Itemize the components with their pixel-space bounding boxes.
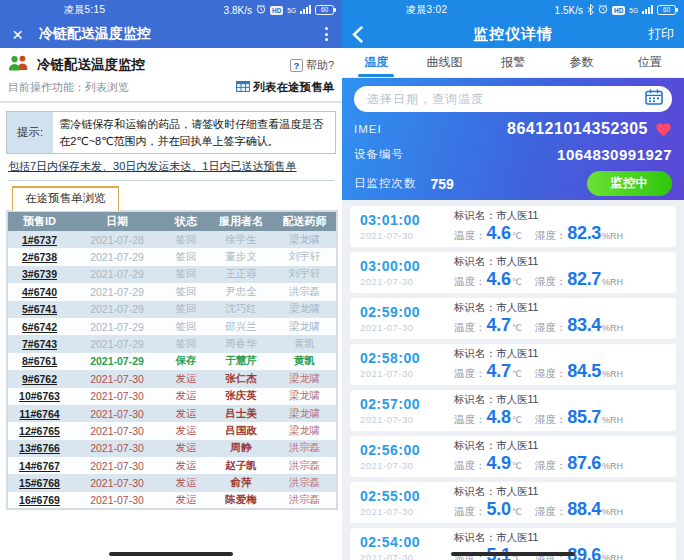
temp-unit: ℃ <box>512 415 522 425</box>
presale-id-link[interactable]: 14#6767 <box>19 460 60 472</box>
cell-presale-id: 2#6738 <box>7 248 71 265</box>
tag-value: 市人医11 <box>496 439 538 451</box>
presale-id-link[interactable]: 16#6769 <box>19 494 60 506</box>
cell-date: 2021-07-30 <box>71 388 163 405</box>
presale-id-link[interactable]: 4#6740 <box>22 286 57 298</box>
close-icon[interactable]: × <box>12 25 23 44</box>
print-button[interactable]: 打印 <box>632 25 674 43</box>
more-menu-icon[interactable] <box>323 24 330 44</box>
cell-patient: 邵兴兰 <box>209 318 273 335</box>
presale-id-link[interactable]: 7#6743 <box>22 338 57 350</box>
tab-in-transit-presale[interactable]: 在途预售单浏览 <box>12 186 119 211</box>
cell-presale-id: 6#6742 <box>7 318 71 335</box>
cell-patient: 陈爱梅 <box>209 492 273 509</box>
temp-unit: ℃ <box>512 277 522 287</box>
humidity-value: 88.4 <box>567 499 601 520</box>
temp-label: 温度： <box>454 275 486 289</box>
cell-pharmacist: 梁龙啸 <box>273 318 337 335</box>
heart-icon[interactable] <box>655 122 672 137</box>
record-date: 2021-07-30 <box>360 368 450 379</box>
humidity-label: 湿度： <box>535 459 567 473</box>
tag-value: 市人医11 <box>496 347 538 359</box>
humidity-unit: %RH <box>602 507 623 517</box>
cell-date: 2021-07-29 <box>71 353 163 370</box>
presale-id-link[interactable]: 6#6742 <box>22 321 57 333</box>
tag-label: 标识名： <box>454 393 496 405</box>
cell-date: 2021-07-30 <box>71 405 163 422</box>
tag-value: 市人医11 <box>496 393 538 405</box>
daily-count-label: 日监控次数 <box>354 176 417 191</box>
cell-status: 签回 <box>163 283 209 300</box>
back-icon[interactable] <box>352 26 394 43</box>
table-row: 6#67422021-07-29签回邵兴兰梁龙啸 <box>7 318 337 335</box>
table-row: 3#67392021-07-29签回王正蓉刘宇轩 <box>7 266 337 283</box>
col-header-patient: 服用者名 <box>209 211 273 231</box>
cell-patient: 董步文 <box>209 248 273 265</box>
presale-id-link[interactable]: 3#6739 <box>22 268 57 280</box>
cell-status: 发运 <box>163 474 209 491</box>
left-title-bar: × 冷链配送温度监控 <box>0 20 342 48</box>
cell-pharmacist: 刘宇轩 <box>273 248 337 265</box>
presale-id-link[interactable]: 12#6765 <box>19 425 60 437</box>
daily-count-value: 759 <box>431 176 454 192</box>
cell-pharmacist: 洪宗磊 <box>273 474 337 491</box>
tab-temperature[interactable]: 温度 <box>342 48 410 77</box>
temperature-record-list: 03:01:002021-07-30标识名：市人医11温度：4.6℃湿度：82.… <box>342 200 684 560</box>
scope-filter-link[interactable]: 包括7日内保存未发、30日内发运未达、1日内已送达预售单 <box>8 159 334 174</box>
cell-status: 发运 <box>163 457 209 474</box>
record-time: 02:55:00 <box>360 488 450 504</box>
temp-label: 温度： <box>454 321 486 335</box>
cell-patient: 张仁杰 <box>209 370 273 387</box>
cell-date: 2021-07-29 <box>71 248 163 265</box>
date-search-input[interactable] <box>367 92 645 106</box>
operation-bar: 目前操作功能：列表浏览 列表在途预售单 <box>0 79 342 103</box>
temp-label: 温度： <box>454 459 486 473</box>
tab-location[interactable]: 位置 <box>616 48 684 77</box>
tab-parameters[interactable]: 参数 <box>547 48 615 77</box>
tab-alarm[interactable]: 报警 <box>479 48 547 77</box>
cell-pharmacist: 黄凯 <box>273 353 337 370</box>
presale-id-link[interactable]: 1#6737 <box>22 234 57 246</box>
alarm-icon <box>598 4 608 16</box>
tag-value: 市人医11 <box>496 255 538 267</box>
home-indicator[interactable] <box>109 552 233 556</box>
hint-text: 需冷链保存和运输的药品，请签收时仔细查看温度是否在2℃~8℃范围内，并在回执单上… <box>53 112 335 153</box>
cell-pharmacist: 梁龙啸 <box>273 231 337 248</box>
presale-id-link[interactable]: 2#6738 <box>22 251 57 263</box>
cell-patient: 俞萍 <box>209 474 273 491</box>
record-time: 03:01:00 <box>360 212 450 228</box>
presale-id-link[interactable]: 11#6764 <box>19 408 59 420</box>
temp-unit: ℃ <box>512 461 522 471</box>
table-grid-icon <box>236 81 250 94</box>
cell-status: 签回 <box>163 318 209 335</box>
right-title-bar: 监控仪详情 打印 <box>342 20 684 48</box>
help-link[interactable]: ? 帮助? <box>290 58 334 73</box>
device-sn-label: 设备编号 <box>354 147 404 162</box>
list-item: 03:01:002021-07-30标识名：市人医11温度：4.6℃湿度：82.… <box>350 206 676 247</box>
presale-id-link[interactable]: 13#6766 <box>19 442 60 454</box>
home-indicator[interactable] <box>451 552 575 556</box>
cell-presale-id: 8#6761 <box>7 353 71 370</box>
tag-value: 市人医11 <box>496 531 538 543</box>
tab-curve-chart[interactable]: 曲线图 <box>410 48 478 77</box>
cell-pharmacist: 梁龙啸 <box>273 301 337 318</box>
presale-id-link[interactable]: 9#6762 <box>22 373 57 385</box>
monitoring-status-button[interactable]: 监控中 <box>587 171 673 196</box>
list-presale-link[interactable]: 列表在途预售单 <box>236 80 335 95</box>
cell-presale-id: 9#6762 <box>7 370 71 387</box>
cell-presale-id: 13#6766 <box>7 440 71 457</box>
temp-value: 4.7 <box>487 361 511 382</box>
cell-date: 2021-07-30 <box>71 370 163 387</box>
cell-patient: 王正蓉 <box>209 266 273 283</box>
cell-status: 签回 <box>163 301 209 318</box>
presale-id-link[interactable]: 8#6761 <box>22 355 57 367</box>
presale-id-link[interactable]: 5#6741 <box>22 303 57 315</box>
table-row: 15#67682021-07-30发运俞萍洪宗磊 <box>7 474 337 491</box>
temp-value: 4.6 <box>487 223 511 244</box>
left-status-bar: 凌晨5:15 3.8K/s HD 5G 60 <box>0 0 342 20</box>
presale-id-link[interactable]: 15#6768 <box>19 477 60 489</box>
record-time: 02:54:00 <box>360 534 450 550</box>
cell-status: 签回 <box>163 231 209 248</box>
calendar-icon[interactable] <box>645 89 663 109</box>
presale-id-link[interactable]: 10#6763 <box>19 390 60 402</box>
